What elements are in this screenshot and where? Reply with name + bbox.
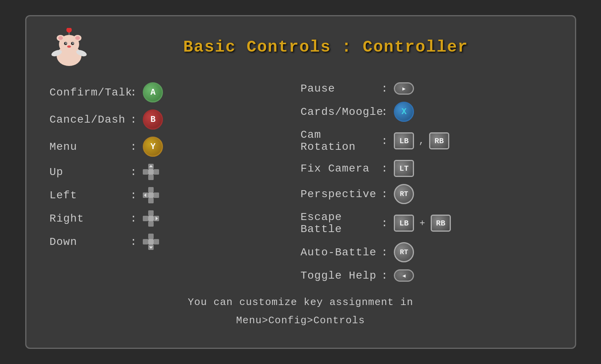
svg-point-10 bbox=[65, 43, 66, 44]
rt-button-perspective: RT bbox=[394, 184, 414, 204]
svg-rect-19 bbox=[154, 169, 159, 175]
down-label: Down bbox=[50, 236, 127, 248]
down-row: Down : bbox=[50, 234, 301, 250]
rb-button-escape: RB bbox=[431, 215, 451, 232]
pause-label: Pause bbox=[301, 83, 378, 95]
a-button: A bbox=[143, 82, 163, 102]
svg-rect-22 bbox=[148, 192, 154, 198]
b-button: B bbox=[143, 109, 163, 130]
svg-rect-23 bbox=[148, 198, 154, 203]
svg-rect-17 bbox=[148, 175, 154, 180]
footer: You can customize key assignment in Menu… bbox=[50, 293, 552, 330]
cancel-dash-row: Cancel/Dash : B bbox=[50, 109, 301, 130]
right-label: Right bbox=[50, 213, 127, 225]
auto-battle-row: Auto-Battle : RT bbox=[301, 242, 552, 262]
svg-rect-30 bbox=[143, 216, 148, 221]
mascot-icon bbox=[50, 28, 88, 67]
svg-point-5 bbox=[75, 36, 80, 40]
perspective-row: Perspective : RT bbox=[301, 184, 552, 204]
dpad-left-icon bbox=[143, 187, 159, 203]
dialog-box: Basic Controls : Controller Confirm/Talk… bbox=[25, 15, 576, 349]
lb-button-cam: LB bbox=[394, 132, 414, 149]
rt-button-autobattle: RT bbox=[394, 242, 414, 262]
toggle-help-label: Toggle Help bbox=[301, 270, 378, 282]
dpad-down-icon bbox=[143, 234, 159, 250]
controls-grid: Confirm/Talk : A Cancel/Dash : B Menu : … bbox=[50, 82, 552, 282]
svg-rect-29 bbox=[148, 221, 154, 227]
header: Basic Controls : Controller bbox=[50, 28, 552, 67]
cam-rotation-row: Cam Rotation : LB , RB bbox=[301, 129, 552, 153]
toggle-help-button: ◀ bbox=[394, 269, 414, 282]
right-row: Right : bbox=[50, 210, 301, 227]
escape-battle-label: Escape Battle bbox=[301, 211, 378, 235]
up-row: Up : bbox=[50, 164, 301, 180]
dpad-right-icon bbox=[143, 210, 159, 227]
up-label: Up bbox=[50, 166, 127, 178]
footer-line-2: Menu>Config>Controls bbox=[50, 312, 552, 330]
cards-moogle-row: Cards/Moogle : X bbox=[301, 102, 552, 122]
y-button: Y bbox=[143, 137, 163, 157]
toggle-help-row: Toggle Help : ◀ bbox=[301, 269, 552, 282]
svg-rect-21 bbox=[148, 187, 154, 192]
svg-point-7 bbox=[66, 28, 72, 33]
lt-button: LT bbox=[394, 160, 414, 177]
svg-point-4 bbox=[58, 36, 63, 40]
escape-battle-row: Escape Battle : LB + RB bbox=[301, 211, 552, 235]
confirm-talk-label: Confirm/Talk bbox=[50, 87, 127, 99]
pause-row: Pause : ▶ bbox=[301, 82, 552, 95]
menu-row: Menu : Y bbox=[50, 137, 301, 157]
svg-rect-27 bbox=[148, 210, 154, 216]
fix-camera-label: Fix Camera bbox=[301, 163, 378, 175]
svg-rect-16 bbox=[148, 169, 154, 175]
svg-point-11 bbox=[72, 43, 73, 44]
auto-battle-label: Auto-Battle bbox=[301, 246, 378, 258]
svg-rect-37 bbox=[154, 239, 159, 244]
svg-rect-34 bbox=[148, 239, 154, 244]
svg-rect-28 bbox=[148, 216, 154, 221]
left-row: Left : bbox=[50, 187, 301, 203]
left-label: Left bbox=[50, 189, 127, 201]
footer-line-1: You can customize key assignment in bbox=[50, 293, 552, 312]
right-column: Pause : ▶ Cards/Moogle : X Cam Rotation … bbox=[301, 82, 552, 282]
fix-camera-row: Fix Camera : LT bbox=[301, 160, 552, 177]
svg-rect-18 bbox=[143, 169, 148, 175]
confirm-talk-row: Confirm/Talk : A bbox=[50, 82, 301, 102]
cam-rotation-label: Cam Rotation bbox=[301, 129, 378, 153]
cancel-dash-label: Cancel/Dash bbox=[50, 114, 127, 126]
dpad-up-icon bbox=[143, 164, 159, 180]
perspective-label: Perspective bbox=[301, 188, 378, 200]
svg-rect-36 bbox=[143, 239, 148, 244]
pause-button: ▶ bbox=[394, 82, 414, 95]
lb-button-escape: LB bbox=[394, 215, 414, 232]
svg-rect-25 bbox=[154, 192, 159, 198]
left-column: Confirm/Talk : A Cancel/Dash : B Menu : … bbox=[50, 82, 301, 282]
svg-rect-33 bbox=[148, 234, 154, 239]
cards-moogle-label: Cards/Moogle bbox=[301, 106, 378, 118]
svg-point-12 bbox=[67, 45, 71, 48]
page-title: Basic Controls : Controller bbox=[100, 38, 552, 57]
rb-button-cam: RB bbox=[429, 132, 449, 149]
x-button: X bbox=[394, 102, 414, 122]
menu-label: Menu bbox=[50, 141, 127, 153]
